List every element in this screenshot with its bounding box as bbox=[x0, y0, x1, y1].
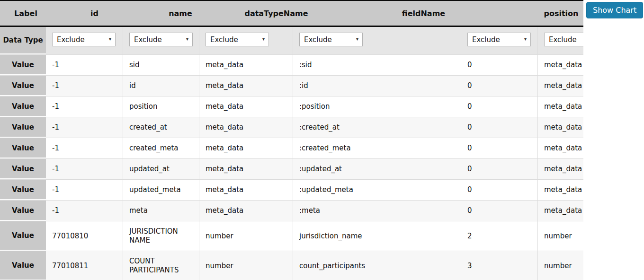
table-row: Value77010811COUNT PARTICIPANTSnumbercou… bbox=[0, 251, 583, 280]
row-label-value: Value bbox=[0, 221, 46, 251]
cell-col7: number bbox=[537, 221, 583, 251]
show-chart-button[interactable]: Show Chart bbox=[586, 2, 643, 18]
data-type-filter-row: Data TypeExclude▾Exclude▾Exclude▾Exclude… bbox=[0, 27, 583, 55]
table-header-row: LabelidnamedataTypeNamefieldNameposition bbox=[0, 0, 583, 27]
row-label-value: Value bbox=[0, 117, 46, 138]
cell-fieldName: :created_meta bbox=[293, 138, 461, 158]
cell-position: 0 bbox=[461, 138, 537, 158]
cell-name: created_at bbox=[123, 117, 199, 138]
cell-col7: meta_data bbox=[537, 96, 583, 117]
data-table: LabelidnamedataTypeNamefieldNameposition… bbox=[0, 0, 583, 280]
filter-select-position[interactable]: Exclude bbox=[467, 33, 531, 46]
cell-dataTypeName: meta_data bbox=[199, 180, 293, 200]
row-label-data-type: Data Type bbox=[0, 27, 46, 54]
column-header-id: id bbox=[52, 9, 137, 18]
table-row: Value-1created_metameta_data:created_met… bbox=[0, 138, 583, 159]
cell-id: -1 bbox=[46, 55, 123, 75]
cell-col7: meta_data bbox=[537, 201, 583, 221]
cell-col7: meta_data bbox=[537, 55, 583, 75]
cell-fieldName: :updated_at bbox=[293, 159, 461, 179]
filter-select-dataTypeName[interactable]: Exclude bbox=[206, 33, 269, 46]
cell-position: 0 bbox=[461, 55, 537, 75]
cell-id: -1 bbox=[46, 138, 123, 158]
cell-col7: number bbox=[537, 251, 583, 280]
cell-name: updated_meta bbox=[123, 180, 199, 200]
cell-fieldName: count_participants bbox=[293, 251, 461, 280]
cell-fieldName: jurisdiction_name bbox=[293, 221, 461, 251]
cell-name: meta bbox=[123, 201, 199, 221]
cell-id: -1 bbox=[46, 180, 123, 200]
cell-col7: meta_data bbox=[537, 138, 583, 158]
filter-cell-col7: Exclude▾ bbox=[537, 27, 583, 54]
filter-cell-position: Exclude▾ bbox=[461, 27, 537, 54]
filter-select-col7[interactable]: Exclude bbox=[544, 33, 583, 46]
table-row: Value-1created_atmeta_data:created_at0me… bbox=[0, 117, 583, 138]
cell-position: 0 bbox=[461, 96, 537, 117]
cell-position: 0 bbox=[461, 76, 537, 96]
row-label-value: Value bbox=[0, 96, 46, 117]
cell-dataTypeName: meta_data bbox=[199, 55, 293, 75]
cell-name: JURISDICTION NAME bbox=[123, 221, 199, 251]
table-row: Value77010810JURISDICTION NAMEnumberjuri… bbox=[0, 221, 583, 251]
cell-col7: meta_data bbox=[537, 180, 583, 200]
row-label-value: Value bbox=[0, 180, 46, 200]
cell-id: -1 bbox=[46, 201, 123, 221]
cell-fieldName: :meta bbox=[293, 201, 461, 221]
column-header-position: position bbox=[518, 9, 583, 18]
column-header-fieldName: fieldName bbox=[329, 9, 518, 18]
table-row: Value-1metameta_data:meta0meta_data bbox=[0, 201, 583, 221]
cell-dataTypeName: number bbox=[199, 251, 293, 280]
cell-position: 0 bbox=[461, 180, 537, 200]
cell-id: -1 bbox=[46, 117, 123, 138]
row-label-value: Value bbox=[0, 159, 46, 179]
cell-id: -1 bbox=[46, 159, 123, 179]
cell-col7: meta_data bbox=[537, 117, 583, 138]
filter-select-name[interactable]: Exclude bbox=[129, 33, 193, 46]
table-row: Value-1idmeta_data:id0meta_data bbox=[0, 76, 583, 96]
filter-cell-id: Exclude▾ bbox=[46, 27, 123, 54]
cell-id: -1 bbox=[46, 96, 123, 117]
cell-id: -1 bbox=[46, 76, 123, 96]
table-row: Value-1positionmeta_data:position0meta_d… bbox=[0, 96, 583, 117]
cell-dataTypeName: number bbox=[199, 221, 293, 251]
cell-id: 77010811 bbox=[46, 251, 123, 280]
cell-fieldName: :position bbox=[293, 96, 461, 117]
filter-select-id[interactable]: Exclude bbox=[52, 33, 116, 46]
cell-dataTypeName: meta_data bbox=[199, 201, 293, 221]
column-header-label: Label bbox=[0, 9, 52, 18]
cell-position: 3 bbox=[461, 251, 537, 280]
row-label-value: Value bbox=[0, 55, 46, 75]
cell-position: 0 bbox=[461, 117, 537, 138]
row-label-value: Value bbox=[0, 251, 46, 280]
cell-col7: meta_data bbox=[537, 76, 583, 96]
column-header-dataTypeName: dataTypeName bbox=[224, 9, 329, 18]
cell-dataTypeName: meta_data bbox=[199, 76, 293, 96]
cell-name: created_meta bbox=[123, 138, 199, 158]
cell-id: 77010810 bbox=[46, 221, 123, 251]
cell-fieldName: :sid bbox=[293, 55, 461, 75]
column-header-name: name bbox=[137, 9, 224, 18]
cell-fieldName: :updated_meta bbox=[293, 180, 461, 200]
cell-position: 0 bbox=[461, 159, 537, 179]
cell-fieldName: :created_at bbox=[293, 117, 461, 138]
filter-cell-name: Exclude▾ bbox=[123, 27, 199, 54]
row-label-value: Value bbox=[0, 201, 46, 221]
table-row: Value-1updated_atmeta_data:updated_at0me… bbox=[0, 159, 583, 180]
cell-name: position bbox=[123, 96, 199, 117]
cell-name: COUNT PARTICIPANTS bbox=[123, 251, 199, 280]
filter-cell-fieldName: Exclude▾ bbox=[293, 27, 461, 54]
filter-select-fieldName[interactable]: Exclude bbox=[299, 33, 363, 46]
filter-cell-dataTypeName: Exclude▾ bbox=[199, 27, 293, 54]
cell-name: id bbox=[123, 76, 199, 96]
cell-position: 2 bbox=[461, 221, 537, 251]
cell-dataTypeName: meta_data bbox=[199, 117, 293, 138]
table-row: Value-1updated_metameta_data:updated_met… bbox=[0, 180, 583, 201]
table-row: Value-1sidmeta_data:sid0meta_data bbox=[0, 55, 583, 76]
row-label-value: Value bbox=[0, 138, 46, 158]
cell-dataTypeName: meta_data bbox=[199, 96, 293, 117]
cell-fieldName: :id bbox=[293, 76, 461, 96]
table-body: Value-1sidmeta_data:sid0meta_dataValue-1… bbox=[0, 55, 583, 280]
cell-dataTypeName: meta_data bbox=[199, 159, 293, 179]
cell-dataTypeName: meta_data bbox=[199, 138, 293, 158]
cell-col7: meta_data bbox=[537, 159, 583, 179]
